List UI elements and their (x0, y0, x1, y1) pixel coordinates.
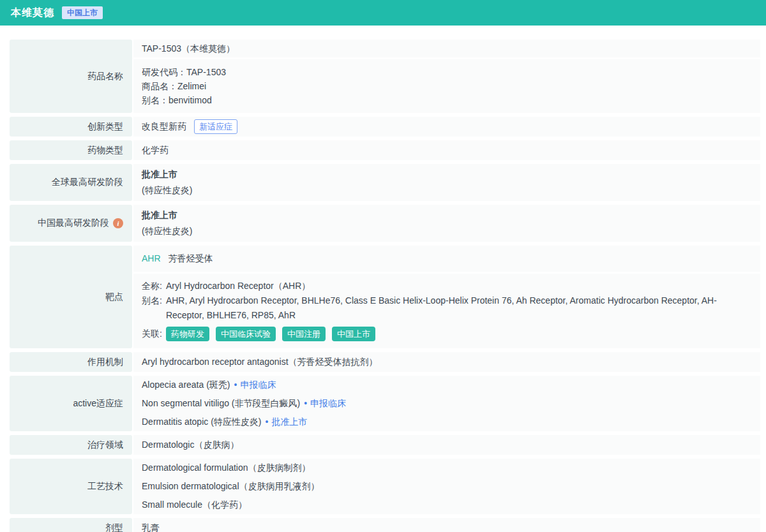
alias-line: 别名：benvitimod (142, 93, 752, 107)
drug-detail-table: 药品名称 TAP-1503（本维莫德） 研发代码：TAP-1503 商品名：Ze… (10, 40, 760, 532)
row-label-text: 中国最高研发阶段 (38, 218, 109, 229)
drug-type-label: 药物类型 (10, 140, 132, 160)
relation-badge-china-listed[interactable]: 中国上市 (332, 327, 375, 341)
dosage-form-label: 剂型 (10, 518, 132, 532)
row-target: 靶点 AHR芳香烃受体 全称: Aryl Hydrocarbon Recepto… (10, 246, 760, 348)
row-innovation-type: 创新类型 改良型新药新适应症 (10, 117, 760, 137)
relation-badge-china-registration[interactable]: 中国注册 (282, 327, 326, 341)
alias-value: AHR, Aryl Hydrocarbon Receptor, BHLHe76,… (166, 293, 752, 323)
row-label-text: 靶点 (105, 292, 123, 303)
target-label: 靶点 (10, 246, 132, 348)
technology-value-cell: Dermatological formulation（皮肤病制剂） Emulsi… (133, 459, 760, 514)
info-icon[interactable]: i (113, 218, 123, 228)
innovation-type-value-cell: 改良型新药新适应症 (133, 117, 760, 137)
new-indication-tag: 新适应症 (194, 119, 237, 134)
drug-name-label: 药品名称 (10, 40, 132, 113)
indication-status: 批准上市 (271, 417, 307, 427)
china-listed-badge: 中国上市 (62, 6, 103, 19)
relation-badge-china-trials[interactable]: 中国临床试验 (216, 327, 276, 341)
row-drug-name: 药品名称 TAP-1503（本维莫德） 研发代码：TAP-1503 商品名：Ze… (10, 40, 760, 113)
indication-item: Dermatitis atopic (特应性皮炎)•批准上市 (142, 413, 752, 431)
global-stage-value-cell: 批准上市 (特应性皮炎) (133, 164, 760, 201)
page-header: 本维莫德 中国上市 (0, 0, 766, 26)
mechanism-value-cell: Aryl hydrocarbon receptor antagonist（芳香烃… (133, 352, 760, 372)
technology-label: 工艺技术 (10, 459, 132, 514)
target-alias-line: 别名: AHR, Aryl Hydrocarbon Receptor, BHLH… (142, 293, 752, 323)
drug-type-value: 化学药 (142, 145, 169, 155)
row-label-text: active适应症 (73, 398, 123, 410)
trade-name-line: 商品名：Zelimei (142, 79, 752, 93)
row-label-text: 创新类型 (87, 121, 123, 133)
dev-code-line: 研发代码：TAP-1503 (142, 65, 752, 79)
drug-title: 本维莫德 (11, 6, 54, 20)
indication-status: 申报临床 (310, 398, 346, 408)
china-stage-label: 中国最高研发阶段 i (10, 205, 132, 242)
dosage-form-value-cell: 乳膏 (133, 518, 760, 532)
therapy-area-value-cell: Dermatologic（皮肤病） (133, 435, 760, 455)
china-stage-value-cell: 批准上市 (特应性皮炎) (133, 205, 760, 242)
global-stage-label: 全球最高研发阶段 (10, 164, 132, 201)
relation-badges: 药物研发 中国临床试验 中国注册 中国上市 (166, 327, 375, 341)
indication-status-link[interactable]: •申报临床 (304, 398, 346, 408)
indication-item: Non segmental vitiligo (非节段型白癜风)•申报临床 (142, 394, 752, 413)
indication-status-link[interactable]: •申报临床 (234, 380, 276, 390)
drug-type-value-cell: 化学药 (133, 140, 760, 160)
china-stage-indication: (特应性皮炎) (142, 223, 752, 239)
target-symbol-link[interactable]: AHR (142, 253, 161, 263)
row-dosage-form: 剂型 乳膏 (10, 518, 760, 532)
indication-status-link[interactable]: •批准上市 (265, 417, 307, 427)
row-active-indications: active适应症 Alopecia areata (斑秃)•申报临床 Non … (10, 376, 760, 431)
mechanism-label: 作用机制 (10, 352, 132, 372)
indication-status: 申报临床 (240, 380, 276, 390)
active-indications-cell: Alopecia areata (斑秃)•申报临床 Non segmental … (133, 376, 760, 431)
fullname-value: Aryl Hydrocarbon Receptor（AHR） (166, 279, 310, 293)
row-label-text: 工艺技术 (87, 481, 123, 492)
row-mechanism: 作用机制 Aryl hydrocarbon receptor antagonis… (10, 352, 760, 372)
row-label-text: 全球最高研发阶段 (52, 177, 123, 188)
target-relation-line: 关联: 药物研发 中国临床试验 中国注册 中国上市 (142, 325, 752, 343)
innovation-type-value: 改良型新药 (142, 121, 186, 131)
technology-line: Small molecule（化学药） (142, 496, 752, 514)
global-stage-value: 批准上市 (142, 166, 752, 182)
bullet-icon: • (304, 398, 307, 408)
drug-name-detail-cell: 研发代码：TAP-1503 商品名：Zelimei 别名：benvitimod (133, 59, 760, 113)
drug-primary-name: TAP-1503（本维莫德） (142, 40, 752, 57)
indication-name: Alopecia areata (斑秃) (142, 380, 230, 390)
china-stage-value: 批准上市 (142, 207, 752, 223)
indication-item: Alopecia areata (斑秃)•申报临床 (142, 376, 752, 394)
alias-key: 别名: (142, 293, 162, 323)
indication-name: Non segmental vitiligo (非节段型白癜风) (142, 398, 300, 408)
target-symbol-cell: AHR芳香烃受体 (133, 246, 760, 272)
innovation-type-label: 创新类型 (10, 117, 132, 137)
bullet-icon: • (265, 417, 268, 427)
drug-primary-name-cell: TAP-1503（本维莫德） (133, 40, 760, 57)
technology-line: Dermatological formulation（皮肤病制剂） (142, 459, 752, 477)
global-stage-indication: (特应性皮炎) (142, 182, 752, 198)
active-indications-label: active适应症 (10, 376, 132, 431)
target-fullname-line: 全称: Aryl Hydrocarbon Receptor（AHR） (142, 279, 752, 293)
dosage-form-value: 乳膏 (142, 522, 160, 532)
mechanism-value: Aryl hydrocarbon receptor antagonist（芳香烃… (142, 357, 378, 367)
therapy-area-value: Dermatologic（皮肤病） (142, 440, 239, 450)
relation-key: 关联: (142, 325, 162, 343)
row-china-stage: 中国最高研发阶段 i 批准上市 (特应性皮炎) (10, 205, 760, 242)
row-label-text: 剂型 (105, 522, 123, 532)
fullname-key: 全称: (142, 279, 162, 293)
relation-badge-drug-rd[interactable]: 药物研发 (166, 327, 209, 341)
indication-name: Dermatitis atopic (特应性皮炎) (142, 417, 261, 427)
row-label-text: 药品名称 (87, 71, 123, 82)
row-label-text: 药物类型 (87, 145, 123, 156)
row-drug-type: 药物类型 化学药 (10, 140, 760, 160)
target-symbol-name: 芳香烃受体 (169, 253, 213, 263)
row-label-text: 治疗领域 (87, 440, 123, 451)
drug-name-values: TAP-1503（本维莫德） 研发代码：TAP-1503 商品名：Zelimei… (133, 40, 760, 113)
therapy-area-label: 治疗领域 (10, 435, 132, 455)
row-technology: 工艺技术 Dermatological formulation（皮肤病制剂） E… (10, 459, 760, 514)
target-detail-cell: 全称: Aryl Hydrocarbon Receptor（AHR） 别名: A… (133, 274, 760, 348)
row-label-text: 作用机制 (87, 357, 123, 368)
bullet-icon: • (234, 380, 237, 390)
technology-line: Emulsion dermatological（皮肤病用乳液剂） (142, 477, 752, 496)
row-global-stage: 全球最高研发阶段 批准上市 (特应性皮炎) (10, 164, 760, 201)
row-therapy-area: 治疗领域 Dermatologic（皮肤病） (10, 435, 760, 455)
